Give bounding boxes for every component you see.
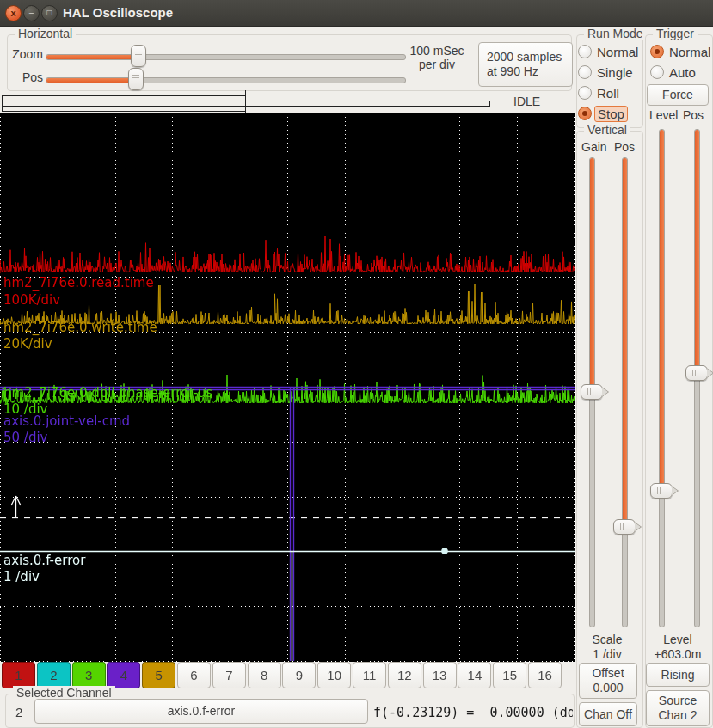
zoom-slider-handle[interactable] [131,45,146,67]
window-title: HAL Oscilloscope [63,5,173,20]
selected-channel-frame-label: Selected Channel [13,686,115,700]
run-mode-frame-label: Run Mode [584,27,647,40]
minimize-icon[interactable]: − [23,5,40,21]
offset-button[interactable]: Offset 0.000 [579,663,637,699]
trace-name-label-3: axis.0.joint-vel-cmd [3,414,130,429]
radio-circle[interactable] [650,65,664,79]
trigger-level-slider-handle[interactable] [650,483,673,499]
radio-circle[interactable] [578,65,592,79]
scale-value: 1 /div [577,647,637,661]
offset-button-line2: 0.000 [593,681,623,695]
channel-button-6[interactable]: 6 [177,662,211,688]
status-label: IDLE [513,95,540,108]
sample-rate-label: 100 mSec per div [403,44,471,71]
trigger-source-line2: Chan 2 [658,708,697,723]
trigger-source-line1: Source [659,694,697,708]
run-mode-radio-normal[interactable]: Normal [578,44,638,59]
scale-caption: Scale [577,633,637,646]
sample-rate-line1: 100 mSec [403,44,471,58]
trigger-radio-auto[interactable]: Auto [650,64,696,80]
trigger-radio-normal[interactable]: Normal [650,44,710,59]
channel-button-16[interactable]: 16 [528,662,562,688]
trace-scale-label-1: 20K/div [3,337,52,352]
selected-channel-number: 2 [15,705,22,719]
trigger-pos-label: Pos [683,108,704,122]
trigger-level-label: Level [649,108,678,122]
rising-button-label: Rising [661,668,695,682]
trace-scale-label-4: 1 /div [3,570,40,584]
run-mode-radio-stop-label: Stop [594,106,628,122]
title-bar: x − ▢ HAL Oscilloscope [0,0,713,27]
samples-button-line1: 2000 samples [487,50,562,64]
channel-button-13[interactable]: 13 [423,662,457,688]
chan-off-button-label: Chan Off [584,707,632,722]
force-button[interactable]: Force [647,84,709,106]
selected-channel-pin-button[interactable]: axis.0.f-error [34,699,368,724]
zoom-label: Zoom [12,47,43,61]
rising-button[interactable]: Rising [646,663,710,687]
trigger-pos-slider-fill [695,130,699,373]
channel-button-5[interactable]: 5 [142,662,175,688]
close-icon[interactable]: x [5,5,22,21]
vertical-pos-slider-track[interactable] [622,157,628,627]
channel-button-9[interactable]: 9 [282,662,316,688]
radio-circle[interactable] [578,107,592,120]
radio-circle[interactable] [578,45,592,58]
trigger-source-button[interactable]: Source Chan 2 [646,690,710,726]
trigger-level-value: +603.0m [646,647,710,661]
chan-off-button[interactable]: Chan Off [579,702,637,726]
trigger-pos-slider-handle[interactable] [685,365,708,381]
cursor-readout: f(-0.23129) = 0.00000 (dd [373,705,573,720]
trace-scale-label-0: 100K/div [3,293,60,308]
channel-button-2[interactable]: 2 [37,662,71,688]
pos-slider-handle[interactable] [128,68,144,90]
trace-name-label-2: hm2_7i76e.0.dpll.phase-error-us [3,386,212,401]
run-mode-radio-stop[interactable]: Stop [578,106,628,121]
record-window-box [2,95,246,112]
selected-channel-pin-label: axis.0.f-error [168,704,236,719]
trace-name-label-0: hm2_7i76e.0.read.time [3,276,154,291]
zoom-slider-track[interactable] [46,54,406,60]
zoom-slider-fill [46,55,138,59]
radio-circle[interactable] [578,86,592,100]
trigger-level-slider-track[interactable] [659,129,665,627]
run-mode-radio-roll[interactable]: Roll [578,85,619,101]
channel-button-1[interactable]: 1 [2,662,35,688]
channel-button-3[interactable]: 3 [72,662,106,688]
pos-slider-fill [46,78,136,83]
channel-button-11[interactable]: 11 [353,662,386,688]
record-position-tick [245,90,246,115]
samples-button[interactable]: 2000 samples at 990 Hz [478,42,573,87]
vertical-frame-label: Vertical [584,123,630,137]
channel-button-10[interactable]: 10 [317,662,351,688]
pos-slider-track[interactable] [46,77,406,83]
trace-scale-label-3: 50 /div [3,431,47,445]
vertical-pos-label: Pos [614,140,635,154]
channel-button-12[interactable]: 12 [388,662,421,688]
samples-button-line2: at 990 Hz [487,64,538,79]
run-mode-radio-single-label: Single [597,65,633,80]
gain-slider-handle[interactable] [581,384,603,400]
trigger-level-slider-fill [660,130,664,491]
vertical-pos-slider-fill [623,158,627,527]
sample-rate-line2: per div [403,58,471,71]
trigger-frame-label: Trigger [653,27,698,40]
vertical-pos-slider-handle[interactable] [613,519,636,535]
force-button-label: Force [662,88,693,102]
horizontal-frame-label: Horizontal [15,27,76,40]
trigger-level-caption: Level [646,633,710,646]
maximize-icon[interactable]: ▢ [41,5,58,21]
trigger-radio-normal-label: Normal [669,45,710,59]
run-mode-radio-normal-label: Normal [597,45,638,59]
channel-button-15[interactable]: 15 [493,662,526,688]
scope-display[interactable]: hm2_7i76e.0.read.time100K/divhm2_7i76e.0… [0,113,575,662]
trace-name-label-4: axis.0.f-error [3,554,85,568]
radio-circle[interactable] [650,45,664,58]
trace-name-label-1: hm2_7i76e.0.write.time [3,321,157,335]
channel-button-8[interactable]: 8 [248,662,281,688]
channel-button-4[interactable]: 4 [107,662,140,688]
channel-button-7[interactable]: 7 [212,662,246,688]
vertical-gain-label: Gain [581,140,607,154]
channel-button-14[interactable]: 14 [458,662,491,688]
run-mode-radio-single[interactable]: Single [578,64,633,80]
